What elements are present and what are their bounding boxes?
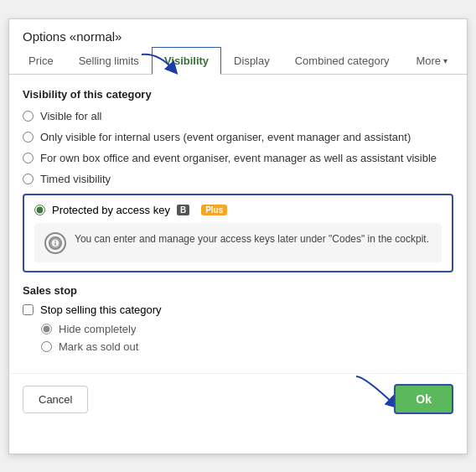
sales-stop-checkbox-item[interactable]: Stop selling this category xyxy=(23,303,453,316)
info-circle-icon xyxy=(44,232,66,254)
radio-mark-sold-out-label: Mark as sold out xyxy=(59,340,138,353)
tab-display[interactable]: Display xyxy=(221,47,282,74)
sales-stop-checkbox-label: Stop selling this category xyxy=(40,303,162,316)
sales-stop-checkbox[interactable] xyxy=(23,304,34,315)
sales-stop-title: Sales stop xyxy=(23,284,453,297)
footer: Cancel Ok xyxy=(9,373,467,424)
visibility-radio-group: Visible for all Only visible for interna… xyxy=(23,109,453,188)
radio-protected-access-label: Protected by access key xyxy=(52,204,170,216)
info-icon-inner xyxy=(49,236,62,250)
radio-item-protected-access[interactable]: Protected by access key B Plus xyxy=(34,204,442,216)
radio-visible-all[interactable] xyxy=(23,111,34,122)
radio-own-box-office[interactable] xyxy=(23,153,34,163)
radio-visible-all-label: Visible for all xyxy=(40,109,101,124)
radio-item-hide-completely[interactable]: Hide completely xyxy=(41,323,453,335)
tab-combined-category[interactable]: Combined category xyxy=(282,47,402,74)
cancel-button[interactable]: Cancel xyxy=(23,386,88,413)
visibility-section-title: Visibility of this category xyxy=(23,88,453,101)
sales-stop-sub-radio-group: Hide completely Mark as sold out xyxy=(41,323,453,353)
radio-mark-sold-out[interactable] xyxy=(41,341,52,352)
chevron-down-icon: ▾ xyxy=(443,56,448,65)
radio-hide-completely[interactable] xyxy=(41,324,52,335)
tab-more[interactable]: More ▾ xyxy=(403,47,460,74)
radio-internal-users[interactable] xyxy=(23,132,34,143)
info-box: You can enter and manage your access key… xyxy=(34,223,442,262)
badge-b-icon: B xyxy=(177,205,189,215)
radio-item-visible-all[interactable]: Visible for all xyxy=(23,109,453,124)
radio-timed-visibility[interactable] xyxy=(23,174,34,184)
radio-timed-visibility-label: Timed visibility xyxy=(40,172,111,187)
svg-rect-2 xyxy=(54,243,55,246)
radio-internal-users-label: Only visible for internal users (event o… xyxy=(40,130,411,145)
radio-own-box-office-label: For own box office and event organiser, … xyxy=(40,151,437,166)
arrow-to-tab-icon xyxy=(133,51,184,80)
radio-item-mark-sold-out[interactable]: Mark as sold out xyxy=(41,340,453,353)
svg-point-1 xyxy=(54,241,56,242)
ok-button[interactable]: Ok xyxy=(394,384,453,414)
tab-bar: Price Selling limits Visibility Display … xyxy=(9,47,467,75)
radio-item-own-box-office[interactable]: For own box office and event organiser, … xyxy=(23,151,453,166)
content-area: Visibility of this category Visible for … xyxy=(9,75,467,367)
info-text: You can enter and manage your access key… xyxy=(75,231,429,246)
radio-protected-access[interactable] xyxy=(34,205,45,215)
dialog: Options «normal» Price Selling limits Vi… xyxy=(8,18,468,454)
radio-hide-completely-label: Hide completely xyxy=(59,323,137,335)
badge-plus: Plus xyxy=(201,205,227,215)
tab-price[interactable]: Price xyxy=(16,47,66,74)
protected-access-box: Protected by access key B Plus You can e… xyxy=(23,194,453,272)
dialog-title: Options «normal» xyxy=(9,19,467,47)
radio-item-internal-users[interactable]: Only visible for internal users (event o… xyxy=(23,130,453,145)
tab-more-label: More xyxy=(416,54,441,67)
radio-item-timed-visibility[interactable]: Timed visibility xyxy=(23,172,453,187)
